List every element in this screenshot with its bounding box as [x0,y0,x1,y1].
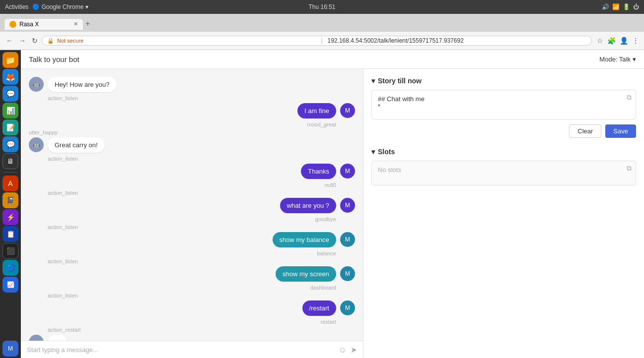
url-text: 192.168.4.54:5002/talk/lenient/155971751… [328,37,586,44]
network-icon[interactable]: 📶 [612,3,620,10]
tab-close-button[interactable]: ✕ [73,21,78,27]
intent-restart: restart [29,319,336,325]
emoji-button[interactable]: ☺ [339,346,347,355]
power-icon[interactable]: ⏻ [633,3,639,10]
bot-avatar-dots: 🤖 [29,335,44,341]
story-section-header[interactable]: ▾ Story till now [371,77,636,85]
story-line2: * [378,103,630,110]
message-row-whatareyou: M what are you ? [29,198,355,213]
save-button[interactable]: Save [605,124,636,138]
chat-messages[interactable]: 🤖 Hey! How are you? action_listen M I am… [21,69,363,341]
app-title: Talk to your bot [29,55,79,63]
mode-label: Mode: Talk [599,56,631,63]
sidebar-icon-firefox[interactable]: 🦊 [2,69,18,85]
user-bubble-whatareyou: what are you ? [280,198,336,213]
message-row-screen: M show my screen [29,266,355,282]
slots-section-header[interactable]: ▾ Slots [371,148,636,156]
message-row: 🤖 Hey! How are you? [29,77,355,92]
sidebar-icon-code[interactable]: ⚡ [2,209,18,225]
story-actions: Clear Save [371,124,636,138]
user-avatar-6: M [340,300,355,315]
user-bubble-thanks: Thanks [301,164,336,179]
chat-area: 🤖 Hey! How are you? action_listen M I am… [21,69,363,358]
browser-tab[interactable]: Rasa X ✕ [4,18,83,30]
intent-goodbye: goodbye [29,216,336,222]
nav-bar: ← → ↻ 🔒 Not secure | 192.168.4.54:5002/t… [0,32,644,50]
sound-icon[interactable]: 🔊 [602,3,609,10]
action-label-3: action_listen [48,190,355,196]
nav-actions: ☆ 🧩 👤 ⋮ [596,36,640,46]
bot-bubble-2: Great carry on! [48,137,105,153]
send-button[interactable]: ➤ [351,345,357,355]
rasa-app: Talk to your bot Mode: Talk ▾ 🤖 Hey! How… [21,50,644,358]
intent-balance: balance [29,250,336,256]
chat-input-area: ☺ ➤ [21,341,363,358]
sidebar-icon-vm[interactable]: 🖥 [2,153,18,169]
bot-avatar: 🤖 [29,77,44,92]
user-avatar-4: M [340,232,355,247]
activities-label[interactable]: Activities [5,3,28,10]
user-avatar-3: M [340,198,355,213]
intent-null0: null0 [29,182,336,188]
sidebar-icon-chat2[interactable]: 💬 [2,136,18,152]
profile-button[interactable]: 👤 [619,36,629,46]
not-secure-icon: 🔒 [47,38,54,44]
utter-happy-label: utter_happy [29,129,355,135]
dots-bubble: ... [48,335,67,341]
message-row-restart: M /restart [29,300,355,316]
new-tab-button[interactable]: + [85,19,90,28]
story-line1: ## Chat with me [378,95,630,103]
slots-copy-button[interactable]: ⧉ [627,164,632,173]
dots-row: 🤖 ... [29,335,355,341]
user-avatar: M [340,103,355,118]
tab-favicon [9,21,16,28]
tab-bar: Rasa X ✕ + [0,14,644,32]
sidebar-icon-terminal[interactable]: ⬛ [2,243,18,259]
action-restart-label: action_restart [48,327,355,333]
story-copy-button[interactable]: ⧉ [627,93,632,102]
intent-label: mood_great [29,121,336,127]
tab-title: Rasa X [19,21,39,28]
os-bar: Activities 🔵 Google Chrome ▾ Thu 16:51 🔊… [0,0,644,14]
sidebar-icon-spreadsheet[interactable]: 📊 [2,103,18,119]
user-bubble-restart: /restart [302,300,336,316]
action-label-2: action_listen [48,156,355,162]
extensions-button[interactable]: 🧩 [606,36,617,46]
message-row-bot2: 🤖 Great carry on! [29,137,355,153]
not-secure-label: Not secure [57,38,316,44]
sidebar-icon-chat[interactable]: 💬 [2,86,18,102]
app-body: 🤖 Hey! How are you? action_listen M I am… [21,69,644,358]
story-section-title: Story till now [378,77,422,85]
bookmark-button[interactable]: ☆ [596,36,604,46]
chat-input[interactable] [27,346,335,354]
sidebar-icon-app1[interactable]: 📝 [2,119,18,135]
sidebar-icon-app2[interactable]: 📋 [2,226,18,242]
battery-icon[interactable]: 🔋 [623,3,630,10]
address-bar[interactable]: 🔒 Not secure | 192.168.4.54:5002/talk/le… [42,36,592,46]
sidebar-icon-app4[interactable]: 📈 [2,277,18,293]
os-sidebar: 📁 🦊 💬 📊 📝 💬 🖥 A 📓 ⚡ 📋 ⬛ 🔵 📈 M [0,50,21,358]
bot-avatar-2: 🤖 [29,137,44,152]
os-sidebar-bottom: M [2,341,18,357]
sidebar-icon-user[interactable]: M [2,341,18,357]
bot-bubble: Hey! How are you? [48,77,117,92]
sidebar-icon-app3[interactable]: 🔵 [2,260,18,276]
sidebar-divider [3,172,17,173]
clear-button[interactable]: Clear [569,124,601,138]
sidebar-icon-rasa[interactable]: A [2,176,18,191]
message-row-thanks: M Thanks [29,164,355,179]
sidebar-icon-notes[interactable]: 📓 [2,192,18,208]
story-box: ⧉ ## Chat with me * [371,90,636,119]
reload-button[interactable]: ↻ [30,36,40,46]
mode-chevron: ▾ [633,56,636,63]
right-panel: ▾ Story till now ⧉ ## Chat with me * Cle… [363,69,644,358]
forward-button[interactable]: → [17,36,28,46]
sidebar-icon-files[interactable]: 📁 [2,52,18,68]
app-layout: 📁 🦊 💬 📊 📝 💬 🖥 A 📓 ⚡ 📋 ⬛ 🔵 📈 M Talk to yo… [0,50,644,358]
mode-selector[interactable]: Mode: Talk ▾ [599,56,636,63]
menu-button[interactable]: ⋮ [631,36,640,46]
back-button[interactable]: ← [4,36,15,46]
slots-box: ⧉ No slots [371,161,636,185]
user-avatar-5: M [340,266,355,281]
os-bar-clock: Thu 16:51 [308,3,335,10]
